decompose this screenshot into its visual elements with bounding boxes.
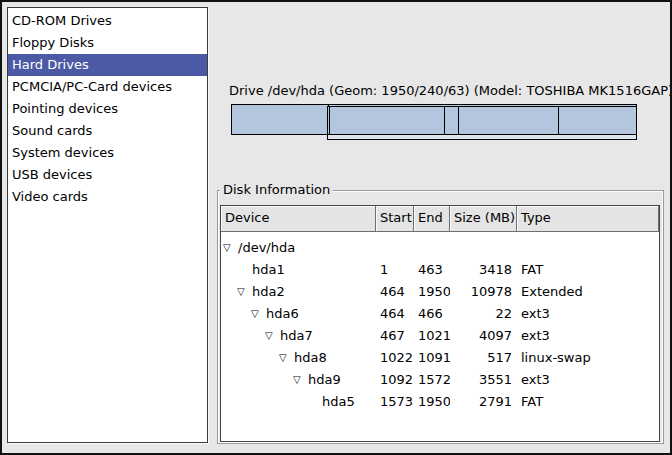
sidebar-item[interactable]: System devices (8, 142, 207, 164)
sidebar-item[interactable]: Sound cards (8, 120, 207, 142)
disk-table-row[interactable]: ▽hda2464195010978Extended (221, 281, 659, 303)
hardware-browser-window: CD-ROM DrivesFloppy DisksHard DrivesPCMC… (0, 0, 672, 455)
end-cell (414, 237, 450, 259)
logical-partition-boundary (444, 107, 445, 134)
disk-table-header: Device Start End Size (MB) Type (221, 206, 659, 232)
start-cell (376, 237, 414, 259)
column-header-device[interactable]: Device (221, 206, 376, 232)
size-cell (450, 237, 517, 259)
logical-partitions-fill (328, 107, 636, 135)
extended-partition-box (327, 106, 637, 140)
type-cell: linux-swap (517, 347, 659, 369)
device-name: hda8 (294, 347, 327, 369)
size-cell: 10978 (450, 281, 517, 303)
tree-indent (223, 336, 265, 337)
type-cell (517, 237, 659, 259)
sidebar-item[interactable]: Pointing devices (8, 98, 207, 120)
sidebar-item[interactable]: USB devices (8, 164, 207, 186)
device-cell: ▽/dev/hda (221, 237, 376, 259)
size-cell: 4097 (450, 325, 517, 347)
partition-bar (231, 104, 637, 135)
end-cell: 1091 (414, 347, 450, 369)
disk-table-row[interactable]: ▽hda9109215723551ext3 (221, 369, 659, 391)
end-cell: 1021 (414, 325, 450, 347)
start-cell: 467 (376, 325, 414, 347)
tree-indent (223, 270, 237, 271)
disk-information-frame: Disk Information Device Start End Size (… (217, 190, 664, 444)
size-cell: 3418 (450, 259, 517, 281)
column-header-end[interactable]: End (414, 206, 450, 232)
drive-geometry-label: Drive /dev/hda (Geom: 1950/240/63) (Mode… (229, 83, 639, 99)
sidebar-item[interactable]: PCMCIA/PC-Card devices (8, 76, 207, 98)
type-cell: ext3 (517, 369, 659, 391)
expander-open-icon[interactable]: ▽ (293, 369, 308, 391)
expander-open-icon[interactable]: ▽ (251, 303, 266, 325)
device-name: hda2 (252, 281, 285, 303)
end-cell: 463 (414, 259, 450, 281)
disk-table-row[interactable]: ▽hda810221091517linux-swap (221, 347, 659, 369)
expander-open-icon[interactable]: ▽ (265, 325, 280, 347)
tree-indent (223, 402, 307, 403)
device-cell: ▽hda8 (221, 347, 376, 369)
start-cell: 1 (376, 259, 414, 281)
disk-table-row[interactable]: hda114633418FAT (221, 259, 659, 281)
sidebar-item[interactable]: Floppy Disks (8, 32, 207, 54)
disk-table-row[interactable]: ▽hda646446622ext3 (221, 303, 659, 325)
type-cell: Extended (517, 281, 659, 303)
expander-open-icon[interactable]: ▽ (237, 281, 252, 303)
start-cell: 1092 (376, 369, 414, 391)
sidebar-item[interactable]: CD-ROM Drives (8, 10, 207, 32)
device-name: hda1 (252, 259, 285, 281)
device-cell: ▽hda7 (221, 325, 376, 347)
disk-table: Device Start End Size (MB) Type ▽/dev/hd… (220, 205, 660, 442)
device-cell: ▽hda9 (221, 369, 376, 391)
disk-table-body: ▽/dev/hdahda114633418FAT▽hda246419501097… (221, 232, 659, 413)
type-cell: ext3 (517, 303, 659, 325)
start-cell: 1022 (376, 347, 414, 369)
size-cell: 517 (450, 347, 517, 369)
logical-partition-boundary (458, 107, 459, 134)
end-cell: 1950 (414, 281, 450, 303)
size-cell: 2791 (450, 391, 517, 413)
tree-indent (223, 314, 251, 315)
column-header-type[interactable]: Type (517, 206, 659, 232)
end-cell: 466 (414, 303, 450, 325)
column-header-size[interactable]: Size (MB) (450, 206, 517, 232)
tree-indent (223, 358, 279, 359)
size-cell: 3551 (450, 369, 517, 391)
start-cell: 1573 (376, 391, 414, 413)
type-cell: ext3 (517, 325, 659, 347)
column-header-start[interactable]: Start (376, 206, 414, 232)
sidebar-item[interactable]: Hard Drives (8, 54, 207, 76)
tree-indent (223, 292, 237, 293)
device-name: hda6 (266, 303, 299, 325)
frame-title: Disk Information (220, 182, 333, 197)
device-name: /dev/hda (238, 237, 295, 259)
device-name: hda5 (322, 391, 355, 413)
device-cell: ▽hda6 (221, 303, 376, 325)
disk-table-row[interactable]: hda5157319502791FAT (221, 391, 659, 413)
type-cell: FAT (517, 391, 659, 413)
device-cell: ▽hda2 (221, 281, 376, 303)
device-cell: hda1 (221, 259, 376, 281)
type-cell: FAT (517, 259, 659, 281)
disk-table-row[interactable]: ▽hda746710214097ext3 (221, 325, 659, 347)
expander-open-icon[interactable]: ▽ (279, 347, 294, 369)
start-cell: 464 (376, 281, 414, 303)
device-category-list[interactable]: CD-ROM DrivesFloppy DisksHard DrivesPCMC… (7, 7, 208, 443)
logical-partition-boundary (558, 107, 559, 134)
size-cell: 22 (450, 303, 517, 325)
start-cell: 464 (376, 303, 414, 325)
end-cell: 1572 (414, 369, 450, 391)
sidebar-item[interactable]: Video cards (8, 186, 207, 208)
disk-table-row[interactable]: ▽/dev/hda (221, 237, 659, 259)
tree-indent (223, 380, 293, 381)
end-cell: 1950 (414, 391, 450, 413)
logical-partition-boundary (329, 107, 330, 134)
device-name: hda9 (308, 369, 341, 391)
device-name: hda7 (280, 325, 313, 347)
expander-open-icon[interactable]: ▽ (223, 237, 238, 259)
device-cell: hda5 (221, 391, 376, 413)
